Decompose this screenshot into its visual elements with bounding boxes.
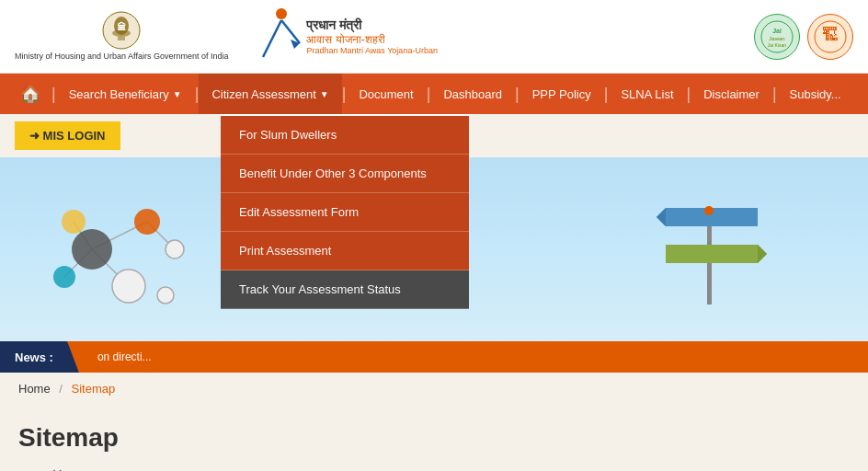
nav-document[interactable]: Document bbox=[346, 74, 426, 114]
svg-text:🏛: 🏛 bbox=[117, 21, 126, 32]
nav-sep-8: | bbox=[772, 85, 777, 104]
ministry-logo: 🏛 Ministry of Housing and Urban Affairs … bbox=[15, 11, 228, 63]
breadcrumb: Home / Sitemap bbox=[0, 373, 868, 405]
nav-search-beneficiary[interactable]: Search Beneficiary ▼ bbox=[56, 74, 195, 114]
nav-sep-7: | bbox=[687, 85, 691, 104]
svg-point-5 bbox=[276, 8, 287, 19]
nav-sep-5: | bbox=[515, 85, 520, 104]
chevron-down-icon: ▼ bbox=[173, 89, 182, 99]
breadcrumb-home[interactable]: Home bbox=[18, 382, 51, 396]
svg-marker-30 bbox=[666, 245, 767, 263]
breadcrumb-current: Sitemap bbox=[72, 382, 116, 396]
partner-logo-1: Jai Jawan Jai Kisan bbox=[754, 14, 800, 60]
svg-text:Jawan: Jawan bbox=[769, 36, 784, 41]
svg-rect-3 bbox=[118, 37, 125, 40]
nav-slna-list[interactable]: SLNA List bbox=[608, 74, 686, 114]
svg-point-24 bbox=[166, 240, 184, 258]
dropdown-item-benefit[interactable]: Benefit Under Other 3 Components bbox=[221, 155, 469, 193]
svg-text:Jai Kisan: Jai Kisan bbox=[768, 42, 787, 48]
svg-point-20 bbox=[72, 229, 112, 270]
dropdown-item-track[interactable]: Track Your Assessment Status bbox=[221, 270, 469, 309]
dropdown-item-print[interactable]: Print Assessment bbox=[221, 232, 469, 270]
nav-ppp-policy[interactable]: PPP Policy bbox=[520, 74, 604, 114]
mis-login-button[interactable]: ➜ MIS LOGIN bbox=[15, 121, 120, 150]
svg-marker-31 bbox=[758, 245, 767, 263]
svg-point-25 bbox=[62, 210, 86, 234]
signpost-graphic bbox=[647, 176, 776, 317]
emblem-icon: 🏛 bbox=[102, 11, 141, 50]
sitemap-list: Home Search Beneficiary bbox=[18, 467, 850, 471]
citizen-assessment-dropdown: For Slum Dwellers Benefit Under Other 3 … bbox=[221, 114, 469, 309]
pmay-title: प्रधान मंत्री आवास योजना-शहरी Pradhan Ma… bbox=[306, 17, 437, 55]
chevron-down-icon-2: ▼ bbox=[320, 89, 329, 99]
nav-dashboard[interactable]: Dashboard bbox=[430, 74, 515, 114]
partner-logo-2: 🏗 bbox=[807, 14, 853, 60]
ministry-text: Ministry of Housing and Urban Affairs Go… bbox=[15, 52, 228, 63]
page-title: Sitemap bbox=[18, 423, 850, 453]
nav-citizen-assessment[interactable]: Citizen Assessment ▼ bbox=[199, 74, 341, 114]
news-label: News : bbox=[0, 341, 79, 373]
list-item: Home bbox=[37, 467, 850, 471]
sitemap-home-link[interactable]: Home bbox=[52, 467, 86, 471]
header: 🏛 Ministry of Housing and Urban Affairs … bbox=[0, 0, 868, 74]
navbar: 🏠 | Search Beneficiary ▼ | Citizen Asses… bbox=[0, 74, 868, 114]
pmay-logo-area: प्रधान मंत्री आवास योजना-शहरी Pradhan Ma… bbox=[246, 6, 754, 66]
svg-point-21 bbox=[134, 209, 160, 235]
nav-sep-3: | bbox=[342, 85, 347, 104]
news-ticker: News : on directi... bbox=[0, 341, 868, 373]
nav-sep-6: | bbox=[604, 85, 609, 104]
page-content: Sitemap Home Search Beneficiary bbox=[0, 405, 868, 471]
breadcrumb-separator: / bbox=[59, 382, 63, 396]
svg-point-23 bbox=[112, 270, 145, 303]
svg-line-6 bbox=[263, 20, 281, 57]
svg-text:🏗: 🏗 bbox=[822, 26, 839, 44]
nav-sep-2: | bbox=[195, 85, 200, 104]
dropdown-item-edit[interactable]: Edit Assessment Form bbox=[221, 193, 469, 232]
nav-sep-1: | bbox=[51, 85, 56, 104]
svg-point-26 bbox=[157, 287, 174, 304]
nav-subsidy[interactable]: Subsidy... bbox=[777, 74, 854, 114]
network-icon bbox=[28, 176, 211, 323]
network-graphic bbox=[28, 176, 211, 327]
home-nav-icon[interactable]: 🏠 bbox=[9, 84, 51, 104]
nav-disclaimer[interactable]: Disclaimer bbox=[691, 74, 772, 114]
svg-marker-29 bbox=[657, 208, 666, 226]
svg-point-22 bbox=[53, 266, 75, 288]
pmay-arrow-icon bbox=[256, 6, 306, 66]
dropdown-item-slum[interactable]: For Slum Dwellers bbox=[221, 116, 469, 155]
news-content: on directi... bbox=[79, 350, 170, 363]
svg-point-32 bbox=[704, 206, 714, 215]
header-right-logos: Jai Jawan Jai Kisan 🏗 bbox=[754, 14, 853, 60]
nav-sep-4: | bbox=[427, 85, 431, 104]
signpost-icon bbox=[647, 176, 776, 314]
svg-line-7 bbox=[281, 20, 300, 43]
svg-text:Jai: Jai bbox=[772, 28, 782, 34]
